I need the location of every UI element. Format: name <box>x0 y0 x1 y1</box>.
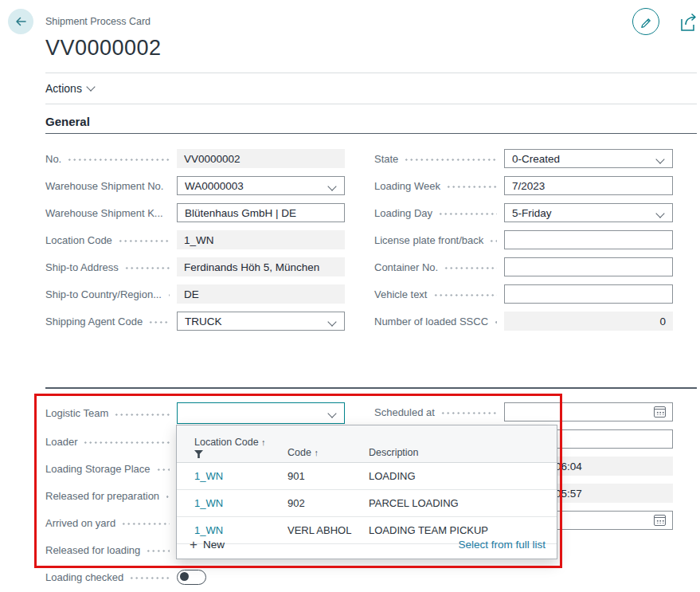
field-row: Ship-to Address Ferdinands Höh 5, Münche… <box>45 257 345 276</box>
new-button[interactable]: +New <box>190 538 225 551</box>
no-label: No. <box>45 153 61 165</box>
dotted-leader <box>494 321 497 323</box>
scheduled-at-label: Scheduled at <box>374 406 435 418</box>
shipping-agent-code-label: Shipping Agent Code <box>45 316 143 327</box>
divider <box>45 73 697 73</box>
lookup-col-code[interactable]: Code ↑ <box>287 447 369 458</box>
dotted-leader <box>156 469 170 471</box>
chevron-down-icon <box>655 209 664 218</box>
share-icon <box>679 12 698 33</box>
page-title: VV0000002 <box>45 36 162 61</box>
lookup-col-location[interactable]: Location Code ↑ <box>194 437 287 448</box>
field-row: Vehicle text <box>374 284 673 304</box>
dotted-leader <box>489 240 497 242</box>
state-field[interactable]: 0-Created <box>504 149 673 168</box>
field-row: State 0-Created <box>374 149 673 168</box>
lookup-cell-description: LOADING <box>369 470 547 482</box>
loaded-sscc-label: Number of loaded SSCC <box>374 316 488 327</box>
scheduled-at-field[interactable] <box>504 402 673 421</box>
shipping-agent-code-field[interactable]: TRUCK <box>177 312 345 331</box>
chevron-down-icon <box>327 317 336 326</box>
logistic-team-field[interactable] <box>177 402 345 424</box>
lookup-cell-location[interactable]: 1_WN <box>194 524 287 536</box>
ship-to-country-field: DE <box>177 284 345 304</box>
lookup-row[interactable]: 1_WN 901 LOADING <box>177 463 557 490</box>
dotted-leader <box>446 186 497 188</box>
lookup-cell-description: PARCEL LOADING <box>369 497 547 509</box>
dotted-leader <box>167 294 170 296</box>
section-divider <box>45 387 697 389</box>
logistic-team-label: Logistic Team <box>45 407 108 419</box>
released-for-loading-label: Released for loading <box>45 544 140 556</box>
field-row: Scheduled at <box>374 402 673 421</box>
dotted-leader <box>169 186 170 188</box>
field-row: Ship-to Country/Region... DE <box>45 284 345 304</box>
vehicle-text-field[interactable] <box>504 284 673 304</box>
shipment-process-card-page: Shipment Process Card VV0000002 Actions … <box>0 0 700 592</box>
lookup-cell-description: LOADING TEAM PICKUP <box>369 524 547 536</box>
section-title-general: General <box>45 115 90 128</box>
loading-checked-label: Loading checked <box>45 571 123 583</box>
general-left-column: No. VV0000002 Warehouse Shipment No. WA0… <box>45 149 345 331</box>
warehouse-shipment-no-label: Warehouse Shipment No. <box>45 180 163 192</box>
lookup-cell-code: VERL ABHOL <box>287 524 369 536</box>
dotted-leader <box>118 240 170 242</box>
field-row: Warehouse Shipment K... Blütenhaus GmbH … <box>45 203 345 222</box>
vehicle-text-label: Vehicle text <box>374 288 428 300</box>
plus-icon: + <box>190 538 197 551</box>
loading-week-label: Loading Week <box>374 180 440 192</box>
lookup-header-row: Location Code ↑ Code ↑ Description <box>177 425 557 463</box>
location-code-field: 1_WN <box>177 230 345 249</box>
lookup-cell-location[interactable]: 1_WN <box>194 470 287 482</box>
dotted-leader <box>83 441 170 444</box>
field-row: Location Code 1_WN <box>45 230 345 249</box>
dotted-leader <box>121 523 170 525</box>
field-row: Container No. <box>374 257 673 276</box>
calendar-icon[interactable] <box>654 515 666 526</box>
warehouse-shipment-no-field[interactable]: WA0000003 <box>177 176 345 195</box>
lookup-cell-code: 901 <box>287 470 369 482</box>
container-no-field[interactable] <box>504 257 673 276</box>
share-button[interactable] <box>679 12 698 33</box>
dotted-leader <box>444 267 497 269</box>
dotted-leader <box>433 294 498 296</box>
state-label: State <box>374 153 398 165</box>
chevron-down-icon <box>655 155 664 163</box>
lookup-row[interactable]: 1_WN 902 PARCEL LOADING <box>177 490 557 517</box>
filter-funnel-icon[interactable] <box>194 450 203 458</box>
select-from-full-list-link[interactable]: Select from full list <box>458 539 546 551</box>
loading-day-field[interactable]: 5-Friday <box>504 203 673 222</box>
arrived-on-yard-label: Arrived on yard <box>45 517 115 529</box>
section-divider <box>45 133 697 134</box>
divider <box>45 104 697 104</box>
page-caption: Shipment Process Card <box>45 16 151 27</box>
ship-to-address-label: Ship-to Address <box>45 261 119 273</box>
container-no-label: Container No. <box>374 261 438 273</box>
lookup-footer: +New Select from full list <box>177 535 557 559</box>
lookup-col-description[interactable]: Description <box>369 447 547 458</box>
warehouse-shipment-k-field[interactable]: Blütenhaus GmbH | DE <box>177 203 345 222</box>
actions-menu[interactable]: Actions <box>45 82 94 95</box>
calendar-icon[interactable] <box>654 406 666 418</box>
ship-to-country-label: Ship-to Country/Region... <box>45 288 162 300</box>
edit-button[interactable] <box>632 8 659 35</box>
chevron-down-icon <box>327 182 336 190</box>
field-row: Shipping Agent Code TRUCK <box>45 312 345 331</box>
field-row: Warehouse Shipment No. WA0000003 <box>45 176 345 195</box>
field-row: License plate front/back <box>374 230 673 249</box>
lookup-cell-location[interactable]: 1_WN <box>194 497 287 509</box>
loading-week-field[interactable]: 7/2023 <box>504 176 673 195</box>
lookup-cell-code: 902 <box>287 497 369 509</box>
released-for-preparation-label: Released for preparation <box>45 490 159 502</box>
license-plate-field[interactable] <box>504 230 673 249</box>
loading-checked-toggle[interactable] <box>177 570 206 585</box>
back-button[interactable] <box>8 9 33 34</box>
license-plate-label: License plate front/back <box>374 234 483 246</box>
arrow-left-icon <box>14 14 28 29</box>
dotted-leader <box>146 550 170 552</box>
dotted-leader <box>438 213 497 215</box>
dotted-leader <box>148 321 170 323</box>
loading-day-label: Loading Day <box>374 207 432 219</box>
dotted-leader <box>124 267 170 269</box>
field-row: Loading Day 5-Friday <box>374 203 673 222</box>
